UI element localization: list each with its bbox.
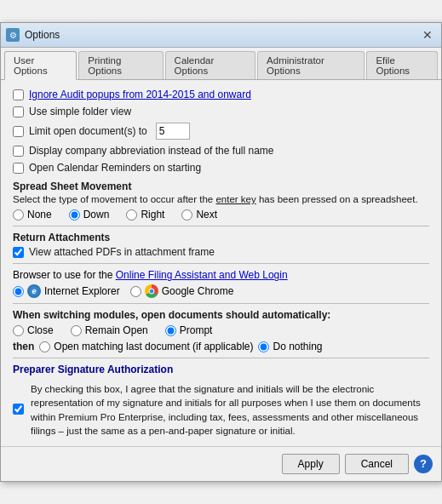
checkbox-company-abbr[interactable] [13,146,24,157]
radio-prompt[interactable] [165,325,176,336]
attachments-section-title: Return Attachments [13,232,429,243]
switching-remain-item: Remain Open [71,324,148,336]
spreadsheet-radio-row: None Down Right Next [13,209,429,220]
switching-close-item: Close [13,324,54,336]
switching-radio-row: Close Remain Open Prompt [13,324,429,336]
chrome-icon [145,284,158,298]
radio-right-label: Right [141,209,164,220]
radio-down-label: Down [83,209,110,220]
checkbox-audit-label: Ignore Audit popups from 2014-2015 and o… [29,89,251,100]
window-icon: ⚙ [6,28,20,42]
radio-open-matching[interactable] [39,341,50,352]
then-open-label: Open matching last document (if applicab… [54,341,253,352]
checkbox-simple-folder-label: Use simple folder view [29,106,131,117]
window-title: Options [25,29,60,41]
spreadsheet-desc: Select the type of movement to occur aft… [13,194,429,204]
switching-title: When switching modules, open documents s… [13,309,429,321]
checkbox-company-abbr-row: Display company abbreviation instead of … [13,145,429,157]
switching-prompt-item: Prompt [165,324,213,336]
title-bar-left: ⚙ Options [6,28,60,42]
browser-radio-row: e Internet Explorer Google Chrome [13,284,429,298]
signature-section-title: Preparer Signature Authorization [13,364,429,375]
signature-body: By checking this box, I agree that the s… [31,382,429,437]
title-bar: ⚙ Options ✕ [1,23,441,48]
apply-button[interactable]: Apply [282,454,340,474]
checkbox-limit-docs-row: Limit open document(s) to [13,123,429,140]
radio-none-label: None [27,209,52,220]
then-label: then [13,341,34,352]
checkbox-calendar-label: Open Calendar Reminders on starting [29,162,201,174]
checkbox-limit-docs[interactable] [13,126,24,137]
checkbox-limit-docs-label: Limit open document(s) to [29,125,147,137]
radio-none-item: None [13,209,52,220]
then-open-item: Open matching last document (if applicab… [39,341,253,352]
checkbox-audit[interactable] [13,89,24,100]
radio-remain-open[interactable] [71,325,82,336]
content-area: Ignore Audit popups from 2014-2015 and o… [1,80,441,445]
radio-right-item: Right [126,209,164,220]
tab-bar: User Options Printing Options Calendar O… [1,48,441,80]
switching-close-label: Close [27,324,54,336]
browser-ie-item: e Internet Explorer [13,284,120,298]
close-button[interactable]: ✕ [419,26,436,43]
radio-down-item: Down [69,209,110,220]
limit-docs-input[interactable] [156,123,190,140]
checkbox-calendar[interactable] [13,163,24,174]
divider-1 [13,226,429,226]
then-donothing-label: Do nothing [273,341,322,352]
divider-2 [13,263,429,264]
browser-ie-label: Internet Explorer [44,285,120,297]
enter-key-text: enter key [215,194,255,204]
checkbox-audit-row: Ignore Audit popups from 2014-2015 and o… [13,89,429,100]
tab-efile-options[interactable]: Efile Options [366,51,438,79]
footer: Apply Cancel ? [1,446,441,481]
radio-right[interactable] [126,209,137,220]
checkbox-calendar-row: Open Calendar Reminders on starting [13,162,429,174]
chrome-inner [148,289,154,295]
switching-remain-label: Remain Open [85,324,148,336]
checkbox-simple-folder[interactable] [13,106,24,117]
checkbox-pdfs-label: View attached PDFs in attachment frame [29,246,215,258]
browser-title: Browser to use for the Online Filing Ass… [13,269,429,281]
checkbox-pdfs-row: View attached PDFs in attachment frame [13,246,429,258]
radio-close[interactable] [13,325,24,336]
checkbox-pdfs[interactable] [13,247,24,258]
checkbox-company-abbr-label: Display company abbreviation instead of … [29,145,274,157]
cancel-button[interactable]: Cancel [345,454,409,474]
radio-next-label: Next [196,209,217,220]
tab-calendar-options[interactable]: Calendar Options [165,51,255,79]
then-row: then Open matching last document (if app… [13,341,429,352]
browser-title-link: Online Filing Assistant and Web Login [116,269,288,281]
radio-next-item: Next [181,209,217,220]
signature-content-row: By checking this box, I agree that the s… [13,379,429,437]
tab-printing-options[interactable]: Printing Options [78,51,163,79]
checkbox-simple-folder-row: Use simple folder view [13,106,429,117]
radio-next[interactable] [181,209,192,220]
checkbox-signature[interactable] [13,381,24,437]
radio-ie[interactable] [13,286,24,297]
divider-4 [13,358,429,358]
browser-chrome-label: Google Chrome [162,285,234,297]
help-button[interactable]: ? [414,455,433,473]
divider-3 [13,303,429,304]
radio-down[interactable] [69,209,80,220]
browser-chrome-item: Google Chrome [130,284,234,298]
then-donothing-item: Do nothing [258,341,322,352]
options-window: ⚙ Options ✕ User Options Printing Option… [0,22,442,481]
ie-icon: e [27,284,41,298]
tab-user-options[interactable]: User Options [4,51,77,80]
radio-do-nothing[interactable] [258,341,269,352]
switching-prompt-label: Prompt [180,324,213,336]
tab-administrator-options[interactable]: Administrator Options [257,51,365,79]
radio-none[interactable] [13,209,24,220]
radio-chrome[interactable] [130,286,141,297]
spreadsheet-section-title: Spread Sheet Movement [13,180,429,192]
